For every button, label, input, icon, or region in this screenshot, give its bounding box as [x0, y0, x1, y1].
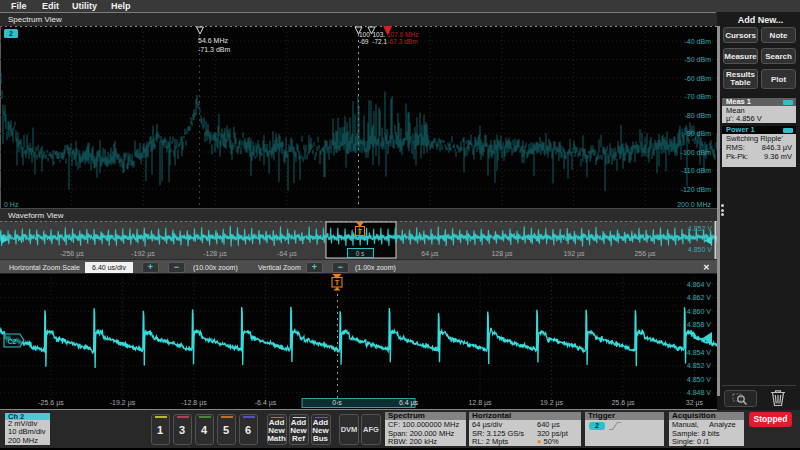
svg-text:-72.1: -72.1: [372, 38, 387, 45]
svg-text:32 µs: 32 µs: [686, 399, 704, 407]
svg-text:256 µs: 256 µs: [634, 250, 656, 258]
svg-text:-64 µs: -64 µs: [277, 250, 297, 258]
svg-text:4.854 V: 4.854 V: [687, 349, 711, 356]
svg-text:100: 100: [359, 31, 370, 38]
svg-text:-12.8 µs: -12.8 µs: [181, 399, 207, 407]
svg-text:4.852 V: 4.852 V: [687, 362, 711, 369]
svg-text:-256 µs: -256 µs: [60, 250, 84, 258]
svg-text:4.850 V: 4.850 V: [688, 246, 712, 253]
svg-text:0 s: 0 s: [356, 250, 365, 257]
svg-text:-120 dBm: -120 dBm: [681, 186, 712, 193]
svg-text:2: 2: [9, 30, 13, 37]
svg-text:4.864 V: 4.864 V: [687, 281, 711, 288]
svg-text:25.6 µs: 25.6 µs: [611, 399, 635, 407]
svg-text:-60 dBm: -60 dBm: [685, 75, 712, 82]
svg-text:-128 µs: -128 µs: [203, 250, 227, 258]
svg-text:-110 dBm: -110 dBm: [681, 167, 711, 174]
svg-text:-192 µs: -192 µs: [131, 250, 155, 258]
svg-text:-100 dBm: -100 dBm: [681, 149, 712, 156]
svg-text:-6.4 µs: -6.4 µs: [255, 399, 277, 407]
svg-text:4.850 V: 4.850 V: [687, 376, 711, 383]
svg-text:4.860 V: 4.860 V: [687, 308, 711, 315]
svg-text:4.848 V: 4.848 V: [687, 389, 711, 396]
svg-text:12.8 µs: 12.8 µs: [468, 399, 492, 407]
svg-text:-90 dBm: -90 dBm: [685, 130, 712, 137]
svg-text:-67.3 dBm: -67.3 dBm: [388, 38, 418, 45]
svg-text:-19.2 µs: -19.2 µs: [110, 399, 136, 407]
svg-text:6.4 µs: 6.4 µs: [399, 399, 419, 407]
svg-text:64 µs: 64 µs: [421, 250, 439, 258]
svg-text:-25.6 µs: -25.6 µs: [38, 399, 64, 407]
svg-text:C2: C2: [8, 338, 17, 345]
svg-text:-40 dBm: -40 dBm: [685, 38, 712, 45]
svg-text:192 µs: 192 µs: [563, 250, 585, 258]
svg-text:4.862 V: 4.862 V: [687, 294, 711, 301]
svg-text:200.0 MHz: 200.0 MHz: [677, 201, 711, 208]
svg-text:-50 dBm: -50 dBm: [685, 56, 712, 63]
svg-text:-69: -69: [359, 38, 369, 45]
svg-text:128 µs: 128 µs: [491, 250, 513, 258]
svg-text:T: T: [335, 278, 340, 287]
svg-text:T: T: [358, 228, 363, 235]
svg-text:54.6 MHz: 54.6 MHz: [198, 37, 228, 44]
svg-text:0 Hz: 0 Hz: [4, 201, 19, 208]
svg-text:19.2 µs: 19.2 µs: [540, 399, 564, 407]
svg-text:0 s: 0 s: [332, 399, 342, 406]
svg-text:4.858 V: 4.858 V: [687, 321, 711, 328]
svg-text:4.852 V: 4.852 V: [688, 225, 712, 232]
svg-text:103.: 103.: [373, 31, 386, 38]
svg-text:-80 dBm: -80 dBm: [685, 112, 712, 119]
svg-text:-71.3 dBm: -71.3 dBm: [198, 46, 230, 53]
svg-text:107.6 MHz: 107.6 MHz: [387, 31, 418, 38]
svg-text:-70 dBm: -70 dBm: [685, 93, 712, 100]
